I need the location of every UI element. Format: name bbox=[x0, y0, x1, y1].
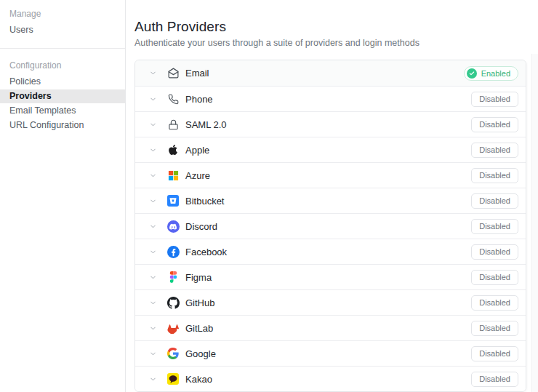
kakao-icon bbox=[166, 372, 180, 385]
sidebar-section: Configuration Policies Providers Email T… bbox=[0, 49, 125, 132]
sidebar-item-users[interactable]: Users bbox=[0, 23, 125, 37]
provider-row-kakao[interactable]: Kakao Disabled bbox=[135, 366, 526, 391]
provider-row-github[interactable]: GitHub Disabled bbox=[135, 289, 526, 315]
sidebar-item-url-configuration[interactable]: URL Configuration bbox=[0, 119, 125, 132]
provider-row-saml-2-0[interactable]: SAML 2.0 Disabled bbox=[135, 111, 526, 137]
phone-icon bbox=[166, 92, 180, 105]
provider-name: GitHub bbox=[185, 297, 214, 308]
providers-list: Email Enabled Phone Disabled SAML 2.0 Di… bbox=[134, 60, 526, 392]
check-icon bbox=[467, 68, 477, 79]
scrollbar-track[interactable] bbox=[531, 54, 538, 392]
provider-status-badge: Enabled bbox=[464, 66, 518, 81]
provider-status-badge: Disabled bbox=[471, 270, 518, 285]
chevron-down-icon bbox=[148, 247, 157, 256]
apple-icon bbox=[166, 143, 180, 156]
sidebar-item-email-templates[interactable]: Email Templates bbox=[0, 104, 125, 118]
page-subtitle: Authenticate your users through a suite … bbox=[134, 38, 538, 49]
chevron-down-icon bbox=[148, 120, 157, 129]
chevron-down-icon bbox=[148, 145, 157, 154]
provider-row-phone[interactable]: Phone Disabled bbox=[135, 86, 526, 111]
chevron-down-icon bbox=[148, 324, 157, 332]
chevron-down-icon bbox=[148, 298, 157, 307]
provider-status-badge: Disabled bbox=[471, 321, 518, 336]
sidebar: Manage Users Configuration Policies Prov… bbox=[0, 0, 126, 392]
facebook-icon bbox=[166, 245, 180, 258]
email-icon bbox=[166, 67, 180, 80]
page-title: Auth Providers bbox=[134, 19, 538, 35]
chevron-down-icon bbox=[148, 349, 157, 358]
bitbucket-icon bbox=[166, 194, 180, 207]
provider-status-badge: Disabled bbox=[471, 219, 518, 234]
figma-icon bbox=[166, 271, 180, 284]
provider-name: Google bbox=[185, 348, 216, 359]
sidebar-section-header: Manage bbox=[0, 7, 125, 20]
provider-status-badge: Disabled bbox=[471, 372, 518, 387]
azure-icon bbox=[166, 169, 180, 182]
provider-status-badge: Disabled bbox=[471, 92, 518, 107]
provider-row-bitbucket[interactable]: Bitbucket Disabled bbox=[135, 188, 526, 213]
provider-row-azure[interactable]: Azure Disabled bbox=[135, 162, 526, 188]
chevron-down-icon bbox=[148, 273, 157, 281]
main-content: Auth Providers Authenticate your users t… bbox=[126, 0, 538, 392]
provider-name: Email bbox=[185, 68, 209, 79]
provider-row-apple[interactable]: Apple Disabled bbox=[135, 137, 526, 162]
gitlab-icon bbox=[166, 321, 180, 335]
provider-status-badge: Disabled bbox=[471, 295, 518, 311]
provider-status-badge: Disabled bbox=[471, 193, 518, 209]
provider-row-discord[interactable]: Discord Disabled bbox=[135, 213, 526, 239]
chevron-down-icon bbox=[148, 222, 157, 231]
provider-status-badge: Disabled bbox=[471, 143, 518, 158]
provider-row-google[interactable]: Google Disabled bbox=[135, 340, 526, 366]
provider-row-gitlab[interactable]: GitLab Disabled bbox=[135, 315, 526, 340]
provider-name: Figma bbox=[185, 272, 212, 283]
provider-name: Phone bbox=[185, 94, 213, 105]
chevron-down-icon bbox=[148, 196, 157, 205]
sidebar-section: Manage Users bbox=[0, 7, 125, 37]
provider-row-email[interactable]: Email Enabled bbox=[135, 60, 526, 86]
provider-row-facebook[interactable]: Facebook Disabled bbox=[135, 239, 526, 264]
sidebar-item-policies[interactable]: Policies bbox=[0, 75, 125, 89]
provider-name: Discord bbox=[185, 221, 217, 232]
chevron-down-icon bbox=[148, 375, 157, 383]
provider-name: Facebook bbox=[185, 247, 227, 257]
sidebar-item-providers[interactable]: Providers bbox=[0, 89, 125, 103]
discord-icon bbox=[166, 220, 180, 233]
google-icon bbox=[166, 347, 180, 360]
sidebar-section-header: Configuration bbox=[0, 59, 125, 72]
chevron-down-icon bbox=[148, 95, 157, 103]
chevron-down-icon bbox=[148, 69, 157, 78]
lock-icon bbox=[166, 118, 180, 131]
provider-row-figma[interactable]: Figma Disabled bbox=[135, 264, 526, 289]
provider-status-badge: Disabled bbox=[471, 244, 518, 260]
provider-name: Kakao bbox=[185, 374, 212, 385]
provider-name: GitLab bbox=[185, 323, 213, 334]
provider-name: SAML 2.0 bbox=[185, 119, 227, 130]
chevron-down-icon bbox=[148, 171, 157, 180]
provider-status-badge: Disabled bbox=[471, 117, 518, 132]
provider-status-badge: Disabled bbox=[471, 346, 518, 361]
provider-name: Apple bbox=[185, 145, 209, 156]
provider-name: Azure bbox=[185, 170, 210, 181]
provider-status-badge: Disabled bbox=[471, 168, 518, 183]
github-icon bbox=[166, 296, 180, 309]
provider-name: Bitbucket bbox=[185, 196, 224, 207]
